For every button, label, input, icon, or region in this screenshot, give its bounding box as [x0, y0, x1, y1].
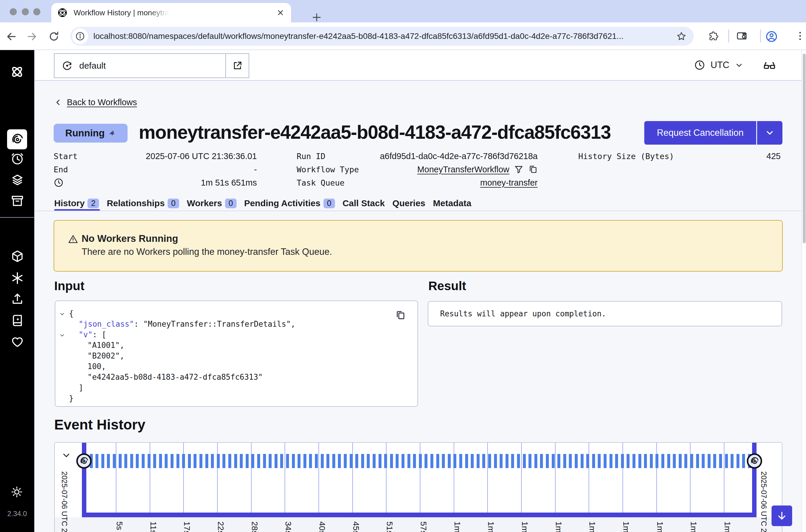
- tab-close-icon[interactable]: [276, 8, 285, 17]
- copy-icon[interactable]: [395, 310, 406, 321]
- meta-duration-row: 1m 51s 651ms: [54, 177, 257, 189]
- back-icon[interactable]: [5, 31, 17, 42]
- timeline-tick: 45s: [351, 521, 361, 532]
- page-scrollbar[interactable]: [801, 50, 806, 532]
- workflows-icon: [10, 133, 24, 146]
- back-to-workflows-link[interactable]: Back to Workflows: [54, 97, 137, 107]
- timeline-gridline: [487, 443, 488, 513]
- namespace-external-link[interactable]: [225, 54, 249, 77]
- task-queue-label: Task Queue: [296, 178, 345, 187]
- profile-avatar-icon[interactable]: [765, 30, 778, 43]
- timeline-collapse-chevron[interactable]: [61, 451, 71, 460]
- workflow-event-icon: [79, 456, 89, 466]
- forward-icon[interactable]: [26, 31, 38, 42]
- request-cancellation-label[interactable]: Request Cancellation: [644, 121, 757, 145]
- namespace-select[interactable]: default: [54, 53, 249, 78]
- tab-history[interactable]: History 2: [54, 198, 99, 208]
- site-info-chip[interactable]: [72, 28, 88, 44]
- timeline-gridline: [724, 443, 724, 513]
- timeline-tick: 1m: [554, 521, 563, 532]
- url-bar[interactable]: localhost:8080/namespaces/default/workfl…: [71, 27, 694, 46]
- sidebar-item-schedules[interactable]: [11, 152, 24, 166]
- meta-workflow-type-row: Workflow Type MoneyTransferWorkflow: [296, 164, 538, 175]
- end-label: End: [54, 165, 68, 174]
- sidebar-item-deployments[interactable]: [11, 173, 24, 187]
- url-text: localhost:8080/namespaces/default/workfl…: [93, 32, 671, 41]
- extensions-icon[interactable]: [708, 30, 719, 41]
- sidebar-item-archive[interactable]: [11, 194, 24, 208]
- timeline-tick: 1m: [453, 521, 462, 532]
- timeline-gridline: [622, 443, 623, 513]
- timezone-select[interactable]: UTC: [694, 50, 744, 80]
- search-tabs-icon[interactable]: [736, 30, 748, 42]
- status-badge[interactable]: Running: [54, 124, 128, 142]
- timeline-end-date: 2025-07-06 UTC 21:38:27.66: [760, 471, 768, 532]
- workflow-type-link[interactable]: MoneyTransferWorkflow: [417, 165, 510, 174]
- timeline-tick: 1m: [723, 521, 732, 532]
- tab-call-stack[interactable]: Call Stack: [343, 198, 385, 208]
- sidebar: 2.34.0: [0, 50, 35, 532]
- duration-clock-icon: [54, 178, 64, 188]
- sidebar-item-import[interactable]: [11, 292, 24, 306]
- clock-icon: [694, 59, 705, 71]
- reload-icon[interactable]: [48, 31, 60, 42]
- meta-task-queue-row: Task Queue money-transfer: [296, 177, 538, 189]
- result-heading: Result: [428, 279, 466, 293]
- traffic-light-close-button[interactable]: [10, 8, 17, 15]
- input-heading: Input: [54, 279, 84, 293]
- bookmark-star-icon[interactable]: [676, 31, 687, 41]
- filter-icon[interactable]: [514, 165, 523, 174]
- timeline-tick: 1m: [520, 521, 530, 532]
- no-workers-warning-banner: No Workers Running There are no Workers …: [54, 220, 783, 271]
- theme-toggle-icon[interactable]: [11, 486, 23, 498]
- traffic-light-zoom-button[interactable]: [33, 8, 40, 15]
- tab-workers[interactable]: Workers 0: [187, 198, 236, 208]
- sidebar-item-nexus[interactable]: [11, 271, 24, 285]
- workflow-execution-band[interactable]: [84, 454, 754, 468]
- tab-title: Workflow History | moneytran: [74, 8, 171, 17]
- tab-pending-activities[interactable]: Pending Activities 0: [244, 198, 335, 208]
- meta-history-size-row: History Size (Bytes) 425: [578, 150, 781, 162]
- collapse-chevron-icon[interactable]: [59, 311, 65, 317]
- task-queue-link[interactable]: money-transfer: [480, 178, 538, 188]
- collapse-chevron-icon[interactable]: [59, 332, 65, 338]
- workflow-tabs: History 2 Relationships 0 Workers 0 Pend…: [54, 198, 471, 208]
- temporal-favicon: [58, 8, 67, 17]
- temporal-logo[interactable]: [9, 64, 25, 80]
- scroll-to-bottom-button[interactable]: [771, 506, 792, 526]
- timeline-tick: 11s: [149, 521, 158, 532]
- tab-queries[interactable]: Queries: [392, 198, 425, 208]
- request-cancellation-button[interactable]: Request Cancellation: [644, 121, 783, 145]
- timeline-gridline: [319, 443, 319, 513]
- workflow-started-marker[interactable]: [76, 453, 92, 469]
- tab-metadata[interactable]: Metadata: [433, 198, 471, 208]
- meta-runid-row: Run ID a6fd95d1-da0c-4d2e-a77c-786f3d762…: [296, 150, 538, 162]
- browser-menu-icon[interactable]: [794, 30, 806, 41]
- timeline-gridline: [150, 443, 150, 513]
- tab-relationships[interactable]: Relationships 0: [107, 198, 179, 208]
- warning-triangle-icon: [68, 234, 78, 244]
- meta-end-row: End -: [54, 164, 257, 175]
- toolbar-divider: [760, 30, 761, 42]
- sidebar-item-namespaces[interactable]: [11, 249, 24, 263]
- sidebar-item-workflows[interactable]: [7, 129, 27, 149]
- duration-value: 1m 51s 651ms: [201, 178, 257, 188]
- traffic-light-minimize-button[interactable]: [22, 8, 29, 15]
- cancellation-menu-toggle[interactable]: [757, 121, 783, 145]
- workflow-task-marker[interactable]: [747, 453, 762, 469]
- sidebar-item-feedback[interactable]: [11, 335, 24, 348]
- sidebar-item-docs[interactable]: [11, 314, 24, 327]
- timeline-gridline: [352, 443, 353, 513]
- new-tab-button[interactable]: [311, 12, 322, 23]
- start-value: 2025-07-06 UTC 21:36:36.01: [146, 151, 257, 161]
- copy-icon[interactable]: [528, 165, 538, 174]
- history-size-label: History Size (Bytes): [578, 152, 674, 161]
- timeline-gridline: [183, 443, 184, 513]
- timeline-gridline: [386, 443, 386, 513]
- scrollbar-thumb[interactable]: [803, 54, 806, 243]
- timeline-tick: 5s: [115, 521, 124, 530]
- browser-tab[interactable]: Workflow History | moneytran: [51, 3, 291, 22]
- namespace-select-main[interactable]: default: [55, 54, 225, 77]
- labs-glasses-icon[interactable]: [763, 59, 776, 72]
- timeline-gridline: [116, 443, 116, 513]
